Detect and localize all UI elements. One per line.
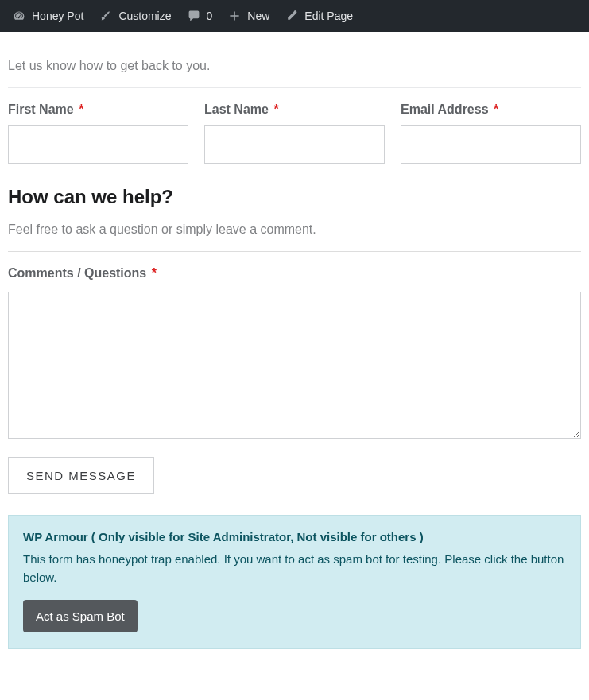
act-as-spam-bot-button[interactable]: Act as Spam Bot: [23, 600, 138, 632]
first-name-label-text: First Name: [8, 102, 74, 116]
toolbar-edit-label: Edit Page: [304, 10, 353, 22]
submit-row: SEND MESSAGE: [8, 457, 581, 494]
name-email-row: First Name * Last Name * Email Address *: [8, 102, 581, 164]
required-mark: *: [273, 102, 278, 116]
toolbar-site-name: Honey Pot: [32, 10, 83, 22]
contact-lead-text: Let us know how to get back to you.: [8, 59, 581, 73]
toolbar-site-link[interactable]: Honey Pot: [5, 0, 91, 32]
comments-label-text: Comments / Questions: [8, 266, 146, 280]
help-lead-text: Feel free to ask a question or simply le…: [8, 222, 581, 237]
admin-toolbar: Honey Pot Customize 0 New Edit Page: [0, 0, 589, 32]
first-name-field-wrap: First Name *: [8, 102, 188, 164]
comments-field-wrap: Comments / Questions *: [8, 266, 581, 441]
brush-icon: [99, 10, 112, 22]
toolbar-edit-link[interactable]: Edit Page: [277, 0, 361, 32]
plus-icon: [228, 10, 241, 22]
comments-field[interactable]: [8, 292, 581, 439]
last-name-label-text: Last Name: [204, 102, 269, 116]
last-name-field[interactable]: [204, 125, 385, 164]
required-mark: *: [494, 102, 498, 116]
toolbar-comments-count: 0: [207, 10, 213, 22]
gauge-icon: [13, 10, 25, 22]
toolbar-new-label: New: [247, 10, 269, 22]
email-label-text: Email Address: [401, 102, 489, 116]
pencil-icon: [285, 10, 298, 22]
toolbar-customize-label: Customize: [118, 10, 171, 22]
divider: [8, 251, 581, 252]
first-name-field[interactable]: [8, 125, 188, 164]
required-mark: *: [152, 266, 157, 280]
first-name-label: First Name *: [8, 102, 188, 117]
wp-armour-notice-title: WP Armour ( Only visible for Site Admini…: [23, 530, 566, 543]
wp-armour-notice: WP Armour ( Only visible for Site Admini…: [8, 515, 581, 649]
required-mark: *: [79, 102, 83, 116]
email-field-wrap: Email Address *: [401, 102, 581, 164]
divider: [8, 87, 581, 88]
send-message-button[interactable]: SEND MESSAGE: [8, 457, 154, 494]
toolbar-comments-link[interactable]: 0: [180, 0, 221, 32]
toolbar-customize-link[interactable]: Customize: [91, 0, 179, 32]
last-name-label: Last Name *: [204, 102, 385, 117]
toolbar-new-link[interactable]: New: [220, 0, 277, 32]
wp-armour-notice-body: This form has honeypot trap enabled. If …: [23, 550, 566, 587]
help-section-heading: How can we help?: [8, 186, 581, 208]
email-field[interactable]: [401, 125, 581, 164]
page-content: Let us know how to get back to you. Firs…: [0, 32, 589, 649]
comments-label: Comments / Questions *: [8, 266, 581, 280]
email-label: Email Address *: [401, 102, 581, 117]
last-name-field-wrap: Last Name *: [204, 102, 385, 164]
comment-icon: [188, 10, 200, 22]
